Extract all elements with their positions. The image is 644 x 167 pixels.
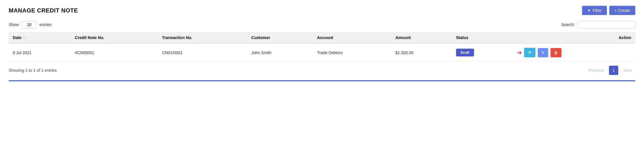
filter-icon: ▼ <box>587 8 591 13</box>
th-customer: Customer <box>247 32 313 44</box>
view-button[interactable]: 👁 <box>524 48 535 57</box>
previous-button[interactable]: Previous <box>585 66 607 74</box>
controls-row: Show entries Search: <box>9 21 635 28</box>
page-1-button[interactable]: 1 <box>609 66 618 75</box>
cell-customer: John Smith <box>247 44 313 62</box>
cell-amount: $1,500.00 <box>391 44 452 62</box>
sort-icon[interactable]: ↑↓ <box>23 36 26 40</box>
delete-button[interactable]: 🗑 <box>550 48 561 57</box>
show-entries: Show entries <box>9 21 52 28</box>
cell-date: 8 Jul 2021 <box>9 44 71 62</box>
th-amount: Amount <box>391 32 452 44</box>
search-label: Search: <box>561 22 575 27</box>
eye-icon: 👁 <box>528 50 532 55</box>
th-transaction-no: Transaction No. <box>158 32 247 44</box>
arrow-icon: ➔ <box>517 49 522 56</box>
filter-button[interactable]: ▼ Filter <box>582 6 607 15</box>
cell-account: Trade Debtors <box>313 44 391 62</box>
showing-text: Showing 1 to 1 of 1 entries <box>9 68 57 73</box>
pencil-icon: ✎ <box>541 50 545 55</box>
th-account: Account <box>313 32 391 44</box>
cell-status: Draft <box>452 44 513 62</box>
th-action: Action <box>513 32 635 44</box>
footer-row: Showing 1 to 1 of 1 entries Previous 1 N… <box>9 62 635 78</box>
cell-credit-note-no: #CN00001 <box>71 44 158 62</box>
action-buttons: ➔ 👁 ✎ 🗑 <box>517 48 631 57</box>
header-row: MANAGE CREDIT NOTE ▼ Filter + Create <box>9 6 635 15</box>
show-entries-input[interactable] <box>21 21 37 28</box>
entries-label: entries <box>39 22 52 27</box>
show-label: Show <box>9 22 19 27</box>
th-date: Date ↑↓ <box>9 32 71 44</box>
credit-note-table: Date ↑↓ Credit Note No. Transaction No. … <box>9 32 635 62</box>
cell-action: ➔ 👁 ✎ 🗑 <box>513 44 635 62</box>
search-input[interactable] <box>577 21 635 28</box>
edit-button[interactable]: ✎ <box>538 48 548 57</box>
page-title: MANAGE CREDIT NOTE <box>9 7 78 14</box>
th-credit-note-no: Credit Note No. <box>71 32 158 44</box>
table-header-row: Date ↑↓ Credit Note No. Transaction No. … <box>9 32 635 44</box>
bottom-bar <box>9 80 635 81</box>
th-status: Status <box>452 32 513 44</box>
next-button[interactable]: Next <box>620 66 635 74</box>
header-buttons: ▼ Filter + Create <box>582 6 635 15</box>
pagination: Previous 1 Next <box>585 66 635 75</box>
create-button[interactable]: + Create <box>609 6 635 15</box>
search-box: Search: <box>561 21 635 28</box>
status-draft-button[interactable]: Draft <box>456 49 474 56</box>
table-row: 8 Jul 2021 #CN00001 CN01/0001 John Smith… <box>9 44 635 62</box>
trash-icon: 🗑 <box>554 50 558 55</box>
cell-transaction-no: CN01/0001 <box>158 44 247 62</box>
